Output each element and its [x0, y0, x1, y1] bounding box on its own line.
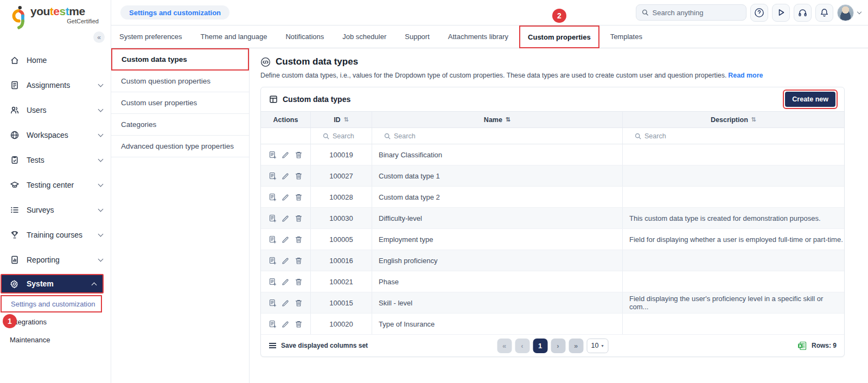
edit-button[interactable] [282, 151, 290, 159]
delete-button[interactable] [295, 193, 303, 201]
submenu-item-custom-question-properties[interactable]: Custom question properties [111, 71, 249, 92]
edit-button[interactable] [282, 214, 290, 222]
excel-export-icon[interactable] [797, 341, 807, 350]
row-name: Skill - level [372, 292, 623, 313]
sidebar-item-training-courses[interactable]: Training courses [0, 222, 111, 247]
sidebar-item-assignments[interactable]: Assignments [0, 73, 111, 98]
submenu-item-custom-data-types[interactable]: Custom data types [111, 48, 249, 71]
submenu-item-custom-user-properties[interactable]: Custom user properties [111, 92, 249, 114]
sidebar-item-system[interactable]: System [1, 274, 104, 293]
notifications-button[interactable] [815, 4, 833, 22]
column-header-description[interactable]: Description⇅ [623, 112, 844, 127]
row-description: This custom data type is created for dem… [623, 208, 844, 228]
tab-system-preferences[interactable]: System preferences [119, 33, 182, 41]
column-header-id[interactable]: ID⇅ [311, 112, 372, 127]
sidebar-item-reporting[interactable]: Reporting [0, 247, 111, 272]
delete-button[interactable] [295, 214, 303, 222]
row-description [623, 271, 844, 292]
columns-icon [269, 345, 276, 346]
delete-button[interactable] [295, 235, 303, 244]
edit-button[interactable] [282, 235, 290, 244]
support-button[interactable] [794, 4, 812, 22]
column-header-name[interactable]: Name⇅ [372, 112, 623, 127]
first-page-button[interactable]: « [497, 339, 512, 353]
row-name: English proficiency [372, 250, 623, 271]
delete-button[interactable] [295, 172, 303, 180]
row-actions [261, 229, 311, 250]
add-values-button[interactable] [269, 214, 277, 222]
next-page-button[interactable]: › [551, 339, 565, 353]
id-search-cell [311, 128, 372, 144]
add-values-button[interactable] [269, 172, 277, 180]
edit-button[interactable] [282, 320, 290, 328]
rows-count: Rows: 9 [797, 341, 837, 350]
search-icon [642, 9, 649, 16]
description-search-input[interactable] [644, 132, 812, 140]
tab-attachments-library[interactable]: Attachments library [448, 33, 508, 41]
add-values-button[interactable] [269, 235, 277, 244]
id-search-input[interactable] [333, 132, 372, 140]
sort-icon[interactable]: ⇅ [751, 116, 756, 123]
edit-button[interactable] [282, 257, 290, 265]
sidebar-item-users[interactable]: Users [0, 98, 111, 123]
edit-button[interactable] [282, 172, 290, 180]
breadcrumb[interactable]: Settings and customization [120, 5, 229, 20]
edit-button[interactable] [282, 278, 290, 286]
tab-templates[interactable]: Templates [610, 33, 642, 41]
save-columns-button[interactable]: Save displayed columns set [269, 342, 368, 349]
edit-button[interactable] [282, 299, 290, 307]
name-search-input[interactable] [394, 132, 584, 140]
user-avatar[interactable] [837, 4, 854, 21]
delete-button[interactable] [295, 151, 303, 159]
create-new-button[interactable]: Create new [785, 92, 835, 107]
add-values-button[interactable] [269, 320, 277, 328]
tab-theme-and-language[interactable]: Theme and language [201, 33, 267, 41]
global-search[interactable] [636, 4, 746, 21]
row-actions [261, 250, 311, 271]
sidebar-item-testing-center[interactable]: Testing center [0, 173, 111, 197]
delete-button[interactable] [295, 299, 303, 307]
sidebar-subitem-settings-and-customization[interactable]: Settings and customization [1, 295, 102, 312]
row-id: 100030 [311, 208, 372, 228]
sidebar-item-label: Tests [27, 156, 44, 164]
add-values-button[interactable] [269, 193, 277, 201]
global-search-input[interactable] [653, 9, 741, 17]
tab-label: Custom properties [528, 33, 591, 41]
edit-button[interactable] [282, 193, 290, 201]
last-page-button[interactable]: » [569, 339, 583, 353]
add-values-button[interactable] [269, 151, 277, 159]
submenu-item-categories[interactable]: Categories [111, 114, 249, 136]
brand-mark-icon [9, 5, 27, 31]
submenu-item-advanced-question-type-properties[interactable]: Advanced question type properties [111, 136, 249, 157]
tab-notifications[interactable]: Notifications [285, 33, 324, 41]
sidebar-item-home[interactable]: Home [0, 48, 111, 73]
page-1-button[interactable]: 1 [533, 339, 547, 353]
tab-job-scheduler[interactable]: Job scheduler [342, 33, 386, 41]
delete-button[interactable] [295, 320, 303, 328]
row-name: Binary Classification [372, 144, 623, 165]
sidebar-collapse-button[interactable]: « [93, 31, 105, 43]
tab-support[interactable]: Support [405, 33, 430, 41]
row-id: 100021 [311, 271, 372, 292]
sidebar-item-surveys[interactable]: Surveys [0, 197, 111, 222]
add-values-button[interactable] [269, 257, 277, 265]
delete-button[interactable] [295, 278, 303, 286]
delete-button[interactable] [295, 257, 303, 265]
chevron-down-icon [98, 156, 104, 162]
app-logo: youtestme GetCertified [0, 0, 111, 24]
add-values-button[interactable] [269, 299, 277, 307]
chevron-down-icon[interactable] [857, 9, 861, 14]
tour-button[interactable] [772, 4, 790, 22]
rows-per-page-select[interactable]: 10 ▾ [586, 339, 608, 353]
edit-icon [282, 299, 290, 307]
read-more-link[interactable]: Read more [728, 72, 763, 79]
add-values-button[interactable] [269, 278, 277, 286]
sidebar-subitem-maintenance[interactable]: Maintenance [0, 331, 111, 349]
tab-custom-properties[interactable]: Custom properties 2 [519, 25, 599, 48]
sidebar-item-workspaces[interactable]: Workspaces [0, 123, 111, 148]
sort-icon[interactable]: ⇅ [344, 116, 349, 123]
sort-icon[interactable]: ⇅ [506, 116, 510, 123]
previous-page-button[interactable]: ‹ [515, 339, 529, 353]
sidebar-item-tests[interactable]: Tests [0, 148, 111, 173]
help-button[interactable] [750, 4, 768, 22]
